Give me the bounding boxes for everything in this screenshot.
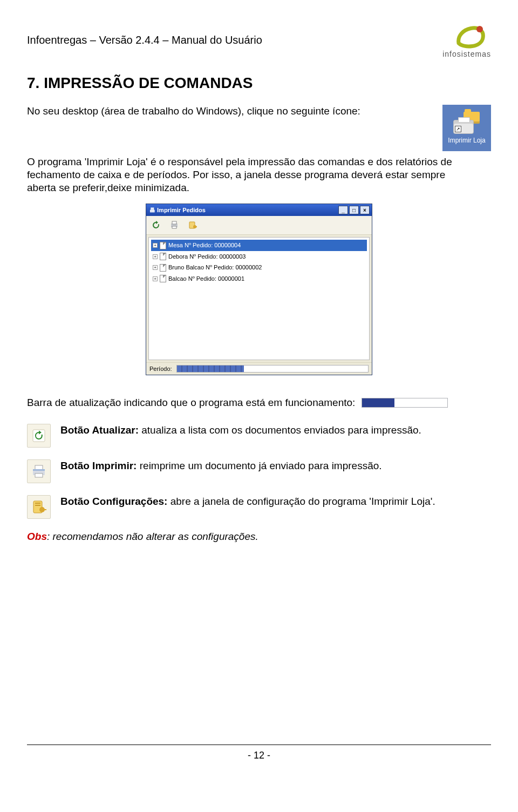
progress-sample (362, 398, 448, 408)
doc-title: Infoentregas – Versão 2.4.4 – Manual do … (27, 34, 262, 46)
svg-rect-16 (44, 509, 46, 510)
svg-rect-2 (172, 221, 176, 224)
expand-icon[interactable]: + (153, 254, 158, 259)
document-icon (160, 253, 166, 260)
refresh-description: Botão Atualizar: atualiza a lista com os… (60, 424, 421, 437)
toolbar-print-button[interactable] (168, 219, 181, 232)
expand-icon[interactable]: + (153, 243, 158, 248)
brand-logo: infosistemas (442, 22, 491, 58)
footer-divider (27, 745, 491, 745)
svg-rect-10 (35, 473, 43, 477)
window-statusbar: Período: (146, 362, 372, 375)
page-number: - 12 - (0, 750, 518, 761)
window-title: 🖶 Imprimir Pedidos (149, 207, 206, 213)
imprimir-pedidos-window: 🖶 Imprimir Pedidos _ □ × + Mesa Nº Pedid (146, 204, 372, 375)
intro-p1: No seu desktop (área de trabalho do Wind… (27, 105, 432, 118)
page-header: Infoentregas – Versão 2.4.4 – Manual do … (27, 22, 491, 58)
tree-item[interactable]: + Mesa Nº Pedido: 00000004 (151, 240, 367, 251)
svg-rect-11 (33, 469, 45, 471)
minimize-button[interactable]: _ (338, 206, 348, 214)
settings-icon (27, 495, 51, 519)
document-icon (160, 264, 166, 272)
status-progress (176, 365, 369, 373)
window-titlebar: 🖶 Imprimir Pedidos _ □ × (146, 204, 372, 216)
svg-rect-6 (194, 226, 197, 227)
section-heading: 7. IMPRESSÃO DE COMANDAS (27, 75, 491, 92)
settings-description: Botão Configurações: abre a janela de co… (60, 495, 435, 509)
desktop-shortcut-imprimir-loja[interactable]: ↗ Imprimir Loja (442, 105, 491, 151)
tree-item[interactable]: + Bruno Balcao Nº Pedido: 00000002 (151, 262, 367, 273)
progress-caption: Barra de atualização indicando que o pro… (27, 397, 355, 409)
expand-icon[interactable]: + (153, 276, 158, 281)
status-label: Período: (149, 366, 172, 372)
printer-icon (27, 459, 51, 483)
svg-rect-9 (35, 465, 43, 470)
window-toolbar (146, 216, 372, 235)
brand-name: infosistemas (442, 50, 491, 58)
tree-item[interactable]: + Debora Nº Pedido: 00000003 (151, 251, 367, 262)
desktop-shortcut-label: Imprimir Loja (448, 137, 485, 144)
toolbar-settings-button[interactable] (186, 219, 199, 232)
svg-point-0 (476, 26, 483, 32)
orders-tree[interactable]: + Mesa Nº Pedido: 00000004 + Debora Nº P… (148, 237, 370, 360)
svg-rect-3 (172, 226, 176, 228)
close-button[interactable]: × (360, 206, 370, 214)
shortcut-overlay-icon: ↗ (455, 126, 461, 132)
svg-rect-14 (35, 505, 40, 506)
document-icon (160, 242, 166, 249)
expand-icon[interactable]: + (153, 265, 158, 270)
intro-p2: O programa 'Imprimir Loja' é o responsáv… (27, 155, 453, 194)
obs-note: Obs: recomendamos não alterar as configu… (27, 531, 491, 543)
svg-rect-13 (35, 503, 40, 504)
maximize-button[interactable]: □ (349, 206, 359, 214)
tree-item[interactable]: + Balcao Nº Pedido: 00000001 (151, 273, 367, 285)
refresh-icon (27, 424, 51, 448)
print-description: Botão Imprimir: reimprime um documento j… (60, 459, 382, 473)
document-icon (160, 275, 166, 282)
toolbar-refresh-button[interactable] (149, 219, 162, 232)
